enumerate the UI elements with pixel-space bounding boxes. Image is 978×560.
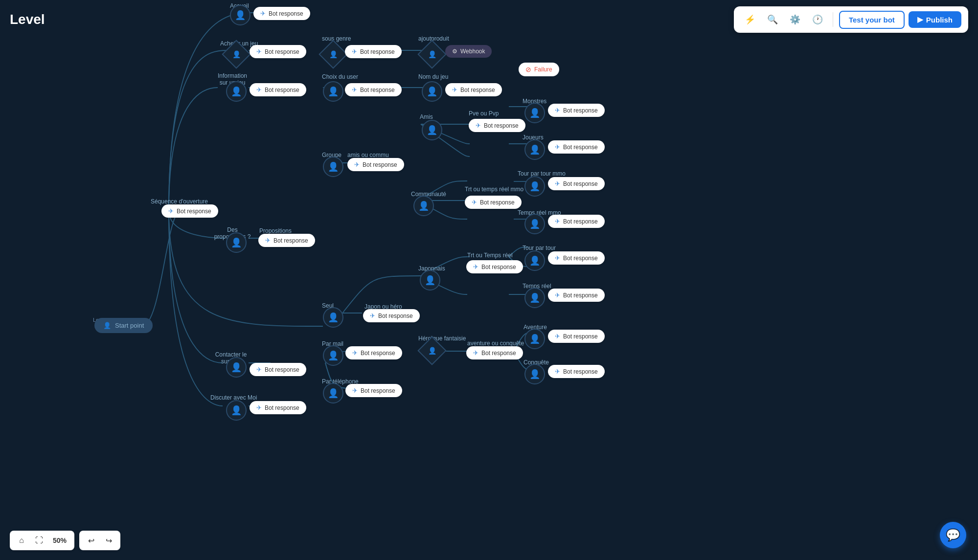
temps-reel-mmo-bot-response[interactable]: ✈ Bot response [548,215,605,228]
temps-reel-bot-response[interactable]: ✈ Bot response [548,289,605,302]
amis-label: Amis [420,113,433,120]
trt-mmo-bot-response[interactable]: ✈ Bot response [465,196,522,209]
send-icon: ✈ [555,143,560,151]
diamond-icon: 👤 [232,50,241,58]
send-icon: ✈ [476,122,481,129]
pve-bot-response[interactable]: ✈ Bot response [469,119,525,132]
choix-user-node[interactable]: 👤 [323,81,343,102]
par-mail-bot-response[interactable]: ✈ Bot response [345,346,402,359]
failure-node[interactable]: ⊘ Failure [519,63,559,76]
expand-button[interactable]: ⛶ [31,533,47,548]
tour-par-tour-node[interactable]: 👤 [524,250,545,271]
diamond-icon: 👤 [329,50,338,58]
info-user-node[interactable]: 👤 [226,81,247,102]
tour-mmo-user-node[interactable]: 👤 [524,176,545,197]
send-icon: ✈ [265,237,271,244]
send-icon: ✈ [370,312,375,319]
diamond-icon: 👤 [428,347,436,355]
publish-icon: ▶ [917,15,923,24]
sequence-label: Séquence d'ouverture [151,198,208,205]
home-button[interactable]: ⌂ [14,533,29,548]
canvas: Level 👤 Start point Séquence d'ouverture… [0,0,978,560]
send-icon: ✈ [168,207,174,215]
tour-par-tour-bot-response[interactable]: ✈ Bot response [548,251,605,265]
ajout-diamond[interactable]: 👤 [417,40,446,68]
view-controls: ⌂ ⛶ 50% [10,531,74,550]
webhook-icon: ⚙ [452,48,457,55]
temps-reel-node[interactable]: 👤 [524,288,545,308]
send-icon: ✈ [555,333,560,340]
nom-jeu-bot-response[interactable]: ✈ Bot response [445,83,502,96]
amis-commu-label: amis ou commu [347,152,389,158]
discuter-bot-response[interactable]: ✈ Bot response [250,401,306,414]
toolbar: ⚡ 🔍 ⚙️ 🕐 Test your bot ▶ Publish [734,6,968,33]
send-icon: ✈ [555,107,560,114]
trt-temps-bot-response[interactable]: ✈ Bot response [466,260,523,273]
info-bot-response[interactable]: ✈ Bot response [250,83,306,96]
par-mail-user-node[interactable]: 👤 [323,345,343,366]
joueurs-user-node[interactable]: 👤 [524,139,545,160]
japonais-user-node[interactable]: 👤 [420,270,440,291]
diamond-icon: 👤 [428,50,436,58]
propositions-bot-response[interactable]: ✈ Bot response [258,234,315,247]
lightning-button[interactable]: ⚡ [741,10,759,29]
choix-bot-response[interactable]: ✈ Bot response [345,83,402,96]
japon-bot-response[interactable]: ✈ Bot response [363,309,420,322]
amis-commu-bot-response[interactable]: ✈ Bot response [347,158,404,171]
sequence-bot-response[interactable]: ✈ Bot response [161,204,218,218]
sous-genre-bot-response[interactable]: ✈ Bot response [345,45,402,58]
joueurs-bot-response[interactable]: ✈ Bot response [548,140,605,154]
publish-label: Publish [926,16,953,24]
send-icon: ✈ [473,349,478,357]
start-icon: 👤 [103,322,111,329]
publish-button[interactable]: ▶ Publish [909,11,961,28]
send-icon: ✈ [472,199,477,206]
amis-user-node[interactable]: 👤 [422,120,442,140]
send-icon: ✈ [352,387,358,394]
temps-reel-mmo-node[interactable]: 👤 [524,214,545,234]
nom-jeu-node[interactable]: 👤 [422,81,442,102]
par-tel-bot-response[interactable]: ✈ Bot response [345,384,402,397]
start-point[interactable]: 👤 Start point [94,318,153,333]
monstres-user-node[interactable]: 👤 [524,103,545,123]
contacter-user-node[interactable]: 👤 [226,357,247,378]
send-icon: ✈ [555,218,560,225]
send-icon: ✈ [354,161,360,168]
chat-fab-button[interactable]: 💬 [940,522,966,548]
contacter-bot-response[interactable]: ✈ Bot response [250,363,306,376]
acheter-bot-response[interactable]: ✈ Bot response [250,45,306,58]
settings-button[interactable]: ⚙️ [786,10,804,29]
propositions-user-node[interactable]: 👤 [226,232,247,253]
undo-button[interactable]: ↩ [83,533,99,548]
discuter-user-node[interactable]: 👤 [226,400,247,421]
send-icon: ✈ [452,86,457,93]
webhook-node[interactable]: ⚙ Webhook [445,45,492,58]
send-icon: ✈ [555,180,560,187]
toolbar-divider [833,12,833,27]
aventure-bot-response[interactable]: ✈ Bot response [466,346,523,359]
conquete-user-node[interactable]: 👤 [524,364,545,384]
send-icon: ✈ [555,254,560,262]
conquete-bot-response[interactable]: ✈ Bot response [548,365,605,378]
aventure-sub-bot-response[interactable]: ✈ Bot response [548,330,605,343]
send-icon: ✈ [352,349,358,357]
history-button[interactable]: 🕐 [808,10,827,29]
monstres-bot-response[interactable]: ✈ Bot response [548,104,605,117]
app-title: Level [10,12,45,27]
send-icon: ✈ [473,263,478,270]
zoom-level: 50% [49,537,70,544]
aventure-label: aventure ou conquête [467,340,524,347]
search-button[interactable]: 🔍 [763,10,782,29]
seul-user-node[interactable]: 👤 [323,307,343,328]
aventure-user-node[interactable]: 👤 [524,329,545,349]
send-icon: ✈ [555,368,560,375]
nom-jeu-label: Nom du jeu [418,73,448,80]
par-tel-user-node[interactable]: 👤 [323,383,343,403]
tour-mmo-bot-response[interactable]: ✈ Bot response [548,177,605,190]
commu-user-node[interactable]: 👤 [413,196,434,216]
test-bot-button[interactable]: Test your bot [839,11,905,29]
redo-button[interactable]: ↪ [101,533,116,548]
heroique-label: Héroïque fantaisie [418,335,466,342]
groupe-user-node[interactable]: 👤 [323,157,343,177]
sous-genre-diamond[interactable]: 👤 [318,40,347,68]
